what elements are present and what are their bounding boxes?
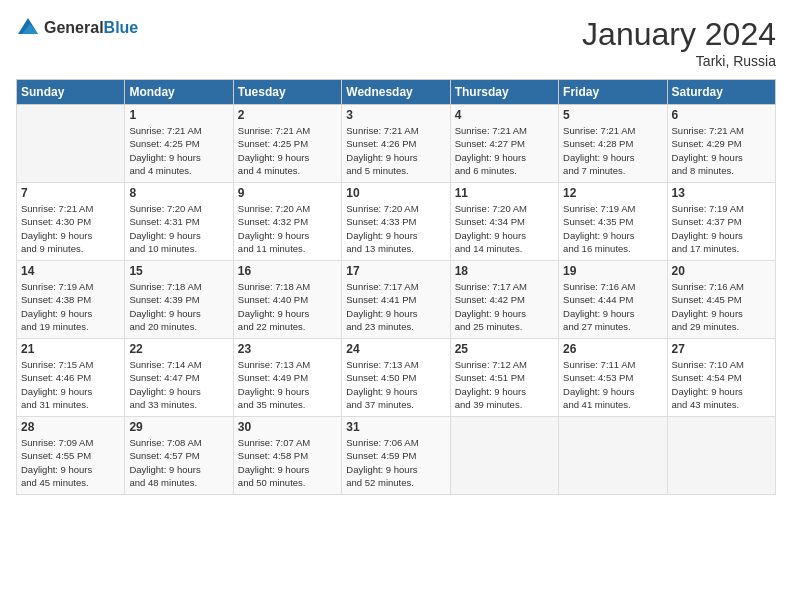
day-number: 6 — [672, 108, 771, 122]
day-info: Sunrise: 7:17 AMSunset: 4:42 PMDaylight:… — [455, 280, 554, 333]
day-info: Sunrise: 7:13 AMSunset: 4:49 PMDaylight:… — [238, 358, 337, 411]
table-row: 4Sunrise: 7:21 AMSunset: 4:27 PMDaylight… — [450, 105, 558, 183]
calendar-week-row: 1Sunrise: 7:21 AMSunset: 4:25 PMDaylight… — [17, 105, 776, 183]
header-thursday: Thursday — [450, 80, 558, 105]
day-number: 9 — [238, 186, 337, 200]
day-info: Sunrise: 7:07 AMSunset: 4:58 PMDaylight:… — [238, 436, 337, 489]
calendar-week-row: 28Sunrise: 7:09 AMSunset: 4:55 PMDayligh… — [17, 417, 776, 495]
logo-blue: Blue — [104, 19, 139, 36]
day-info: Sunrise: 7:20 AMSunset: 4:32 PMDaylight:… — [238, 202, 337, 255]
day-number: 5 — [563, 108, 662, 122]
page: GeneralBlue January 2024 Tarki, Russia S… — [0, 0, 792, 612]
table-row — [559, 417, 667, 495]
table-row: 26Sunrise: 7:11 AMSunset: 4:53 PMDayligh… — [559, 339, 667, 417]
day-info: Sunrise: 7:20 AMSunset: 4:34 PMDaylight:… — [455, 202, 554, 255]
day-info: Sunrise: 7:20 AMSunset: 4:33 PMDaylight:… — [346, 202, 445, 255]
table-row: 24Sunrise: 7:13 AMSunset: 4:50 PMDayligh… — [342, 339, 450, 417]
header: GeneralBlue January 2024 Tarki, Russia — [16, 16, 776, 69]
calendar-table: Sunday Monday Tuesday Wednesday Thursday… — [16, 79, 776, 495]
table-row: 11Sunrise: 7:20 AMSunset: 4:34 PMDayligh… — [450, 183, 558, 261]
table-row: 23Sunrise: 7:13 AMSunset: 4:49 PMDayligh… — [233, 339, 341, 417]
table-row: 22Sunrise: 7:14 AMSunset: 4:47 PMDayligh… — [125, 339, 233, 417]
day-number: 28 — [21, 420, 120, 434]
header-tuesday: Tuesday — [233, 80, 341, 105]
day-number: 23 — [238, 342, 337, 356]
location-subtitle: Tarki, Russia — [582, 53, 776, 69]
day-number: 26 — [563, 342, 662, 356]
day-number: 31 — [346, 420, 445, 434]
logo-general: General — [44, 19, 104, 36]
day-info: Sunrise: 7:18 AMSunset: 4:39 PMDaylight:… — [129, 280, 228, 333]
header-wednesday: Wednesday — [342, 80, 450, 105]
table-row: 17Sunrise: 7:17 AMSunset: 4:41 PMDayligh… — [342, 261, 450, 339]
day-info: Sunrise: 7:19 AMSunset: 4:37 PMDaylight:… — [672, 202, 771, 255]
day-info: Sunrise: 7:19 AMSunset: 4:35 PMDaylight:… — [563, 202, 662, 255]
day-number: 3 — [346, 108, 445, 122]
calendar-week-row: 21Sunrise: 7:15 AMSunset: 4:46 PMDayligh… — [17, 339, 776, 417]
table-row: 14Sunrise: 7:19 AMSunset: 4:38 PMDayligh… — [17, 261, 125, 339]
day-number: 4 — [455, 108, 554, 122]
day-info: Sunrise: 7:19 AMSunset: 4:38 PMDaylight:… — [21, 280, 120, 333]
title-area: January 2024 Tarki, Russia — [582, 16, 776, 69]
calendar-week-row: 7Sunrise: 7:21 AMSunset: 4:30 PMDaylight… — [17, 183, 776, 261]
table-row: 12Sunrise: 7:19 AMSunset: 4:35 PMDayligh… — [559, 183, 667, 261]
header-monday: Monday — [125, 80, 233, 105]
day-number: 12 — [563, 186, 662, 200]
day-number: 1 — [129, 108, 228, 122]
day-number: 8 — [129, 186, 228, 200]
day-number: 16 — [238, 264, 337, 278]
day-number: 7 — [21, 186, 120, 200]
day-info: Sunrise: 7:21 AMSunset: 4:29 PMDaylight:… — [672, 124, 771, 177]
day-number: 30 — [238, 420, 337, 434]
day-number: 14 — [21, 264, 120, 278]
table-row: 30Sunrise: 7:07 AMSunset: 4:58 PMDayligh… — [233, 417, 341, 495]
day-number: 2 — [238, 108, 337, 122]
day-number: 27 — [672, 342, 771, 356]
table-row: 20Sunrise: 7:16 AMSunset: 4:45 PMDayligh… — [667, 261, 775, 339]
day-info: Sunrise: 7:12 AMSunset: 4:51 PMDaylight:… — [455, 358, 554, 411]
day-info: Sunrise: 7:14 AMSunset: 4:47 PMDaylight:… — [129, 358, 228, 411]
table-row: 28Sunrise: 7:09 AMSunset: 4:55 PMDayligh… — [17, 417, 125, 495]
table-row: 27Sunrise: 7:10 AMSunset: 4:54 PMDayligh… — [667, 339, 775, 417]
day-info: Sunrise: 7:21 AMSunset: 4:25 PMDaylight:… — [129, 124, 228, 177]
table-row: 9Sunrise: 7:20 AMSunset: 4:32 PMDaylight… — [233, 183, 341, 261]
day-info: Sunrise: 7:15 AMSunset: 4:46 PMDaylight:… — [21, 358, 120, 411]
logo-text: GeneralBlue — [44, 19, 138, 37]
day-number: 15 — [129, 264, 228, 278]
header-sunday: Sunday — [17, 80, 125, 105]
day-info: Sunrise: 7:21 AMSunset: 4:27 PMDaylight:… — [455, 124, 554, 177]
day-number: 10 — [346, 186, 445, 200]
logo-icon — [16, 16, 40, 40]
day-number: 25 — [455, 342, 554, 356]
table-row: 29Sunrise: 7:08 AMSunset: 4:57 PMDayligh… — [125, 417, 233, 495]
table-row: 18Sunrise: 7:17 AMSunset: 4:42 PMDayligh… — [450, 261, 558, 339]
day-info: Sunrise: 7:11 AMSunset: 4:53 PMDaylight:… — [563, 358, 662, 411]
table-row: 31Sunrise: 7:06 AMSunset: 4:59 PMDayligh… — [342, 417, 450, 495]
day-info: Sunrise: 7:06 AMSunset: 4:59 PMDaylight:… — [346, 436, 445, 489]
day-info: Sunrise: 7:13 AMSunset: 4:50 PMDaylight:… — [346, 358, 445, 411]
table-row: 19Sunrise: 7:16 AMSunset: 4:44 PMDayligh… — [559, 261, 667, 339]
table-row — [450, 417, 558, 495]
day-number: 29 — [129, 420, 228, 434]
table-row: 1Sunrise: 7:21 AMSunset: 4:25 PMDaylight… — [125, 105, 233, 183]
header-saturday: Saturday — [667, 80, 775, 105]
table-row: 21Sunrise: 7:15 AMSunset: 4:46 PMDayligh… — [17, 339, 125, 417]
day-number: 11 — [455, 186, 554, 200]
day-number: 20 — [672, 264, 771, 278]
day-info: Sunrise: 7:17 AMSunset: 4:41 PMDaylight:… — [346, 280, 445, 333]
day-number: 24 — [346, 342, 445, 356]
logo: GeneralBlue — [16, 16, 138, 40]
day-info: Sunrise: 7:18 AMSunset: 4:40 PMDaylight:… — [238, 280, 337, 333]
day-info: Sunrise: 7:09 AMSunset: 4:55 PMDaylight:… — [21, 436, 120, 489]
day-info: Sunrise: 7:21 AMSunset: 4:25 PMDaylight:… — [238, 124, 337, 177]
day-info: Sunrise: 7:16 AMSunset: 4:45 PMDaylight:… — [672, 280, 771, 333]
day-number: 22 — [129, 342, 228, 356]
day-number: 21 — [21, 342, 120, 356]
table-row: 3Sunrise: 7:21 AMSunset: 4:26 PMDaylight… — [342, 105, 450, 183]
header-friday: Friday — [559, 80, 667, 105]
calendar-week-row: 14Sunrise: 7:19 AMSunset: 4:38 PMDayligh… — [17, 261, 776, 339]
calendar-header-row: Sunday Monday Tuesday Wednesday Thursday… — [17, 80, 776, 105]
month-title: January 2024 — [582, 16, 776, 53]
table-row: 25Sunrise: 7:12 AMSunset: 4:51 PMDayligh… — [450, 339, 558, 417]
table-row: 6Sunrise: 7:21 AMSunset: 4:29 PMDaylight… — [667, 105, 775, 183]
